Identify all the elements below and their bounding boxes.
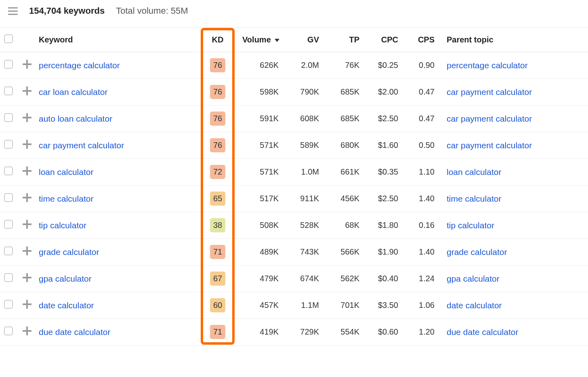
row-checkbox[interactable]	[4, 273, 13, 282]
cell-volume: 479K	[238, 265, 283, 292]
cell-cps: 0.47	[402, 105, 439, 132]
row-checkbox[interactable]	[4, 246, 13, 255]
cell-cps: 1.10	[402, 159, 439, 185]
cell-volume: 591K	[238, 105, 283, 132]
row-checkbox[interactable]	[4, 86, 13, 95]
kd-badge: 76	[210, 112, 225, 126]
cell-volume: 517K	[238, 185, 283, 212]
cell-tp: 76K	[323, 52, 363, 79]
row-checkbox[interactable]	[4, 326, 13, 335]
col-kd[interactable]: KD	[197, 28, 238, 52]
kd-badge: 71	[210, 245, 225, 259]
cell-gv: 608K	[283, 105, 323, 132]
row-checkbox[interactable]	[4, 220, 13, 229]
parent-topic-link[interactable]: loan calculator	[447, 167, 501, 177]
col-tp[interactable]: TP	[323, 28, 363, 52]
keyword-link[interactable]: loan calculator	[39, 167, 93, 177]
cell-volume: 598K	[238, 79, 283, 105]
table-row: date calculator60457K1.1M701K$3.501.06da…	[0, 292, 588, 319]
keyword-link[interactable]: grade calculator	[39, 247, 99, 257]
table-row: car payment calculator76571K589K680K$1.6…	[0, 132, 588, 159]
parent-topic-link[interactable]: date calculator	[447, 301, 502, 310]
col-volume[interactable]: Volume	[238, 28, 283, 52]
expand-icon[interactable]	[23, 246, 32, 255]
keyword-count: 154,704 keywords	[29, 6, 105, 16]
cell-tp: 685K	[323, 105, 363, 132]
select-all-checkbox[interactable]	[4, 34, 13, 43]
cell-gv: 1.1M	[283, 292, 323, 319]
row-checkbox[interactable]	[4, 193, 13, 202]
keyword-link[interactable]: car loan calculator	[39, 87, 107, 97]
col-cps[interactable]: CPS	[402, 28, 439, 52]
parent-topic-link[interactable]: car payment calculator	[447, 141, 532, 150]
keyword-link[interactable]: tip calculator	[39, 221, 86, 230]
cell-tp: 554K	[323, 319, 363, 345]
col-cpc[interactable]: CPC	[363, 28, 402, 52]
table-header-row: Keyword KD Volume GV TP CPC CPS Parent t…	[0, 28, 588, 52]
cell-cps: 1.20	[402, 319, 439, 345]
keyword-link[interactable]: time calculator	[39, 194, 93, 203]
expand-icon[interactable]	[23, 86, 32, 95]
cell-tp: 680K	[323, 132, 363, 159]
cell-cpc: $1.60	[363, 132, 402, 159]
expand-icon[interactable]	[23, 273, 32, 282]
keyword-link[interactable]: date calculator	[39, 301, 94, 310]
row-checkbox[interactable]	[4, 60, 13, 69]
col-parent-topic[interactable]: Parent topic	[439, 28, 588, 52]
parent-topic-link[interactable]: tip calculator	[447, 221, 494, 230]
cell-cps: 1.40	[402, 239, 439, 265]
expand-icon[interactable]	[23, 166, 32, 175]
keyword-link[interactable]: auto loan calculator	[39, 114, 112, 123]
expand-icon[interactable]	[23, 220, 32, 229]
expand-icon[interactable]	[23, 300, 32, 309]
cell-gv: 674K	[283, 265, 323, 292]
table-row: car loan calculator76598K790K685K$2.000.…	[0, 79, 588, 105]
row-checkbox[interactable]	[4, 300, 13, 309]
cell-cps: 0.16	[402, 212, 439, 239]
parent-topic-link[interactable]: due date calculator	[447, 327, 518, 337]
row-checkbox[interactable]	[4, 140, 13, 149]
kd-badge: 71	[210, 325, 225, 339]
summary-bar: 154,704 keywords Total volume: 55M	[0, 0, 588, 28]
parent-topic-link[interactable]: grade calculator	[447, 247, 507, 257]
kd-badge: 76	[210, 58, 225, 72]
cell-cps: 0.90	[402, 52, 439, 79]
keyword-link[interactable]: car payment calculator	[39, 141, 124, 150]
keyword-link[interactable]: due date calculator	[39, 327, 110, 337]
col-gv[interactable]: GV	[283, 28, 323, 52]
cell-volume: 508K	[238, 212, 283, 239]
parent-topic-link[interactable]: percentage calculator	[447, 61, 528, 70]
menu-icon[interactable]	[8, 7, 18, 15]
expand-icon[interactable]	[23, 193, 32, 202]
cell-cpc: $0.25	[363, 52, 402, 79]
col-keyword[interactable]: Keyword	[35, 28, 197, 52]
expand-icon[interactable]	[23, 140, 32, 149]
table-row: tip calculator38508K528K68K$1.800.16tip …	[0, 212, 588, 239]
cell-gv: 2.0M	[283, 52, 323, 79]
expand-icon[interactable]	[23, 326, 32, 335]
row-checkbox[interactable]	[4, 113, 13, 122]
table-row: percentage calculator76626K2.0M76K$0.250…	[0, 52, 588, 79]
parent-topic-link[interactable]: gpa calculator	[447, 274, 500, 283]
sort-desc-icon	[275, 39, 279, 42]
parent-topic-link[interactable]: car payment calculator	[447, 87, 532, 97]
cell-gv: 729K	[283, 319, 323, 345]
parent-topic-link[interactable]: time calculator	[447, 194, 501, 203]
keyword-link[interactable]: percentage calculator	[39, 61, 120, 70]
cell-cpc: $0.35	[363, 159, 402, 185]
expand-icon[interactable]	[23, 113, 32, 122]
parent-topic-link[interactable]: car payment calculator	[447, 114, 532, 123]
col-select-all[interactable]	[0, 28, 19, 52]
cell-cpc: $2.00	[363, 79, 402, 105]
cell-volume: 457K	[238, 292, 283, 319]
table-row: due date calculator71419K729K554K$0.601.…	[0, 319, 588, 345]
cell-cpc: $3.50	[363, 292, 402, 319]
table-row: grade calculator71489K743K566K$1.901.40g…	[0, 239, 588, 265]
cell-cps: 1.24	[402, 265, 439, 292]
row-checkbox[interactable]	[4, 166, 13, 175]
expand-icon[interactable]	[23, 60, 32, 69]
cell-tp: 685K	[323, 79, 363, 105]
table-row: gpa calculator67479K674K562K$0.401.24gpa…	[0, 265, 588, 292]
keyword-link[interactable]: gpa calculator	[39, 274, 92, 283]
cell-cpc: $2.50	[363, 105, 402, 132]
